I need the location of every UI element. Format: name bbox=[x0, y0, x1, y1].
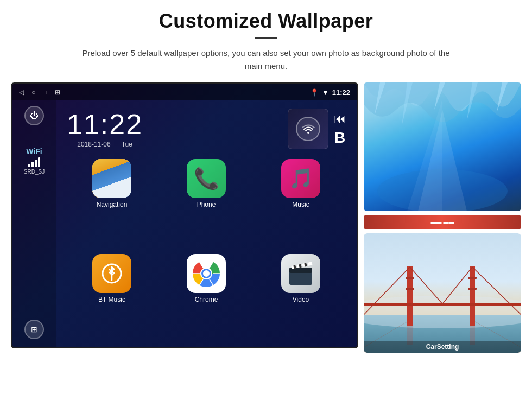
grid-button[interactable]: ⊞ bbox=[24, 320, 44, 339]
power-button[interactable]: ⏻ bbox=[24, 106, 44, 125]
home-icon[interactable]: ○ bbox=[31, 88, 35, 96]
location-icon: 📍 bbox=[310, 88, 319, 97]
svg-rect-23 bbox=[307, 262, 312, 266]
phone-label: Phone bbox=[197, 201, 216, 208]
status-right: 📍 ▼ 11:22 bbox=[310, 88, 350, 97]
content-area: ◁ ○ □ ⊞ 📍 ▼ 11:22 ⏻ bbox=[11, 82, 521, 353]
svg-rect-32 bbox=[470, 266, 475, 326]
power-icon: ⏻ bbox=[30, 111, 39, 120]
navigation-icon: 280 bbox=[92, 159, 131, 198]
status-nav-icons: ◁ ○ □ ⊞ bbox=[19, 88, 60, 96]
car-strip: ▬▬ ▬▬ bbox=[364, 215, 521, 229]
title-divider bbox=[255, 37, 277, 39]
app-navigation[interactable]: 280 Navigation bbox=[67, 159, 157, 250]
app-music[interactable]: 🎵 Music bbox=[256, 159, 346, 250]
screenshot-icon[interactable]: ⊞ bbox=[55, 88, 60, 96]
media-widget: ⏮ B bbox=[288, 109, 346, 149]
wallpaper-ice-cave[interactable] bbox=[364, 82, 521, 211]
video-icon bbox=[281, 254, 320, 293]
svg-rect-38 bbox=[406, 277, 414, 279]
svg-rect-39 bbox=[406, 288, 414, 290]
svg-text:280: 280 bbox=[97, 166, 105, 170]
ice-overlays bbox=[364, 82, 521, 211]
carsetting-label: CarSetting bbox=[364, 341, 521, 353]
svg-rect-41 bbox=[468, 288, 477, 290]
wifi-bar-4 bbox=[38, 157, 40, 167]
recents-icon[interactable]: □ bbox=[43, 88, 47, 96]
page-description: Preload over 5 default wallpaper options… bbox=[76, 47, 456, 73]
bt-music-icon bbox=[92, 254, 131, 293]
wallpaper-golden-gate[interactable]: CarSetting bbox=[364, 233, 521, 353]
clock-date: 2018-11-06 Tue bbox=[77, 141, 132, 148]
clock-area: 11:22 2018-11-06 Tue bbox=[61, 100, 351, 155]
prev-track-icon[interactable]: ⏮ bbox=[334, 112, 346, 126]
car-strip-label: ▬▬ ▬▬ bbox=[431, 219, 454, 225]
bt-music-label: BT Music bbox=[98, 296, 125, 303]
app-grid: 280 Navigation 📞 Phone bbox=[61, 155, 351, 348]
wifi-bars bbox=[28, 157, 40, 167]
app-chrome[interactable]: Chrome bbox=[161, 254, 251, 345]
music-emoji: 🎵 bbox=[289, 167, 313, 190]
svg-rect-31 bbox=[407, 266, 413, 326]
svg-rect-40 bbox=[468, 277, 477, 279]
chrome-svg bbox=[192, 259, 220, 288]
navigation-label: Navigation bbox=[97, 201, 128, 208]
wifi-label: WiFi bbox=[26, 147, 42, 156]
svg-rect-4 bbox=[96, 163, 110, 171]
video-svg bbox=[287, 260, 314, 287]
back-icon[interactable]: ◁ bbox=[19, 88, 24, 96]
bt-music-svg bbox=[101, 263, 123, 284]
wifi-media-box bbox=[288, 109, 328, 149]
android-screen: ◁ ○ □ ⊞ 📍 ▼ 11:22 ⏻ bbox=[11, 82, 358, 348]
status-time: 11:22 bbox=[332, 88, 350, 97]
bluetooth-letter: B bbox=[334, 129, 345, 147]
ice-cave-svg bbox=[364, 82, 521, 211]
wifi-bar-2 bbox=[31, 162, 34, 167]
golden-gate-svg bbox=[364, 233, 521, 353]
clock-date-value: 2018-11-06 bbox=[77, 141, 110, 148]
android-sidebar: ⏻ WiFi SRD_SJ ⊞ bbox=[12, 100, 56, 348]
android-center: 11:22 2018-11-06 Tue bbox=[56, 100, 357, 348]
grid-icon: ⊞ bbox=[31, 325, 37, 334]
svg-point-30 bbox=[364, 296, 521, 328]
clock-display: 11:22 2018-11-06 Tue bbox=[67, 110, 143, 148]
phone-emoji: 📞 bbox=[194, 167, 219, 190]
wifi-status-icon: ▼ bbox=[322, 88, 329, 97]
wifi-symbol-svg bbox=[300, 121, 316, 137]
svg-rect-1 bbox=[92, 159, 131, 198]
chrome-icon bbox=[187, 254, 226, 293]
android-main: ⏻ WiFi SRD_SJ ⊞ bbox=[12, 100, 357, 348]
app-bt-music[interactable]: BT Music bbox=[67, 254, 157, 345]
chrome-label: Chrome bbox=[195, 296, 218, 303]
wifi-bar-1 bbox=[28, 164, 30, 167]
wifi-bar-3 bbox=[35, 160, 37, 167]
ice-cave-bg bbox=[364, 82, 521, 211]
app-video[interactable]: Video bbox=[256, 254, 346, 345]
svg-rect-3 bbox=[92, 159, 112, 198]
golden-gate-bg: CarSetting bbox=[364, 233, 521, 353]
music-icon: 🎵 bbox=[281, 159, 320, 198]
video-label: Video bbox=[293, 296, 309, 303]
wifi-circle-icon bbox=[296, 117, 320, 141]
clock-time: 11:22 bbox=[67, 110, 143, 138]
music-label: Music bbox=[292, 201, 309, 208]
status-bar: ◁ ○ □ ⊞ 📍 ▼ 11:22 bbox=[12, 84, 357, 100]
media-controls: ⏮ B bbox=[334, 112, 346, 147]
clock-day-value: Tue bbox=[122, 141, 132, 148]
svg-point-10 bbox=[203, 270, 210, 277]
wallpaper-column: ▬▬ ▬▬ bbox=[364, 82, 521, 353]
page-title: Customized Wallpaper bbox=[159, 10, 373, 33]
svg-rect-2 bbox=[92, 159, 112, 198]
wifi-ssid: SRD_SJ bbox=[24, 169, 45, 175]
navigation-svg: 280 bbox=[92, 159, 131, 198]
phone-icon: 📞 bbox=[187, 159, 226, 198]
svg-rect-37 bbox=[364, 303, 521, 306]
wifi-widget: WiFi SRD_SJ bbox=[24, 147, 45, 175]
page-container: Customized Wallpaper Preload over 5 defa… bbox=[0, 0, 532, 407]
svg-point-0 bbox=[307, 132, 309, 134]
app-phone[interactable]: 📞 Phone bbox=[161, 159, 251, 250]
